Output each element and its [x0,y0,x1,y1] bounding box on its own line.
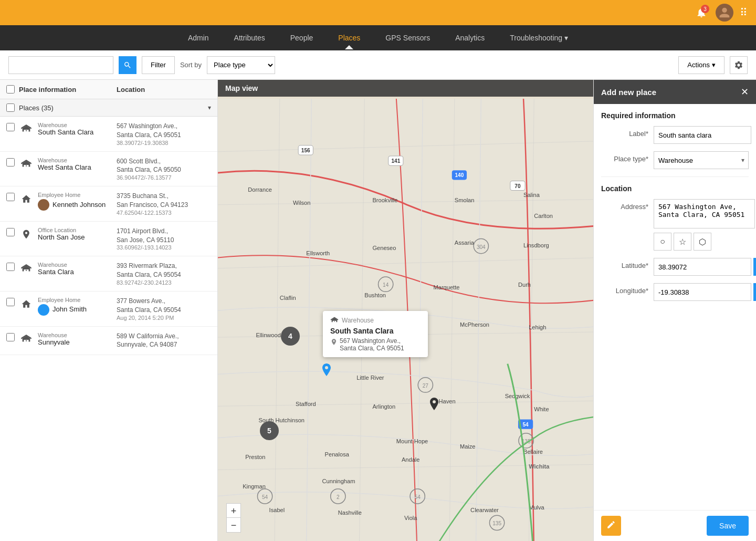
shape-tools: ○ ☆ ⬡ [654,233,749,251]
label-field-label: Label* [601,126,648,138]
nav-item-gps-sensors[interactable]: GPS Sensors [381,32,434,44]
actions-button[interactable]: Actions ▾ [678,56,724,74]
location-section-title: Location [601,184,749,193]
search-input[interactable] [8,56,113,74]
warehouse-icon [19,332,34,347]
settings-button[interactable] [730,56,748,74]
svg-text:White: White [534,406,549,412]
svg-text:140: 140 [455,172,464,178]
nav-item-admin[interactable]: Admin [184,32,213,44]
svg-text:54: 54 [262,494,268,500]
svg-text:Brookville: Brookville [372,197,397,203]
item-address: 3735 Buchana St.,San Francisco, CA 94123 [117,192,211,210]
label-input[interactable] [654,126,751,144]
places-count-row[interactable]: Places (35) ▾ [0,99,217,117]
item-info: Warehouse Santa Clara [38,262,117,276]
user-avatar[interactable] [716,4,733,22]
item-type: Warehouse [38,122,117,128]
list-item[interactable]: Employee Home John Smith 377 Bowers Ave.… [0,292,217,327]
nav-item-troubleshooting[interactable]: Troubleshooting ▾ [506,32,572,44]
item-checkbox[interactable] [6,228,15,236]
map-pin-blue[interactable] [320,363,333,381]
svg-text:Nashville: Nashville [338,509,362,516]
label-row: Label* [601,126,749,144]
list-item[interactable]: Warehouse South Santa Clara 567 Washingt… [0,117,217,152]
svg-text:Mount Hope: Mount Hope [396,438,428,444]
item-checkbox[interactable] [6,158,15,167]
svg-text:14: 14 [383,282,389,288]
item-info: Warehouse Sunnyvale [38,332,117,346]
place-type-select[interactable]: Warehouse Employee Home Office Location [654,151,749,169]
svg-text:304: 304 [477,244,486,250]
place-list: Warehouse South Santa Clara 567 Washingt… [0,117,217,541]
save-button[interactable]: Save [707,516,749,536]
latitude-label: Latitude* [601,258,648,269]
filter-button[interactable]: Filter [142,56,175,74]
svg-text:Ellinwood: Ellinwood [256,332,280,338]
item-coords: 33.60962/-193.14023 [117,244,211,251]
item-address: 589 W California Ave.,Sunnyvale, CA 9408… [117,332,211,350]
popup-address: 567 Washington Ave.,Santa Clara, CA 9505… [330,337,421,352]
popup-type: Warehouse [330,316,421,325]
list-item[interactable]: Warehouse West Santa Clara 600 Scott Blv… [0,152,217,187]
nav-item-attributes[interactable]: Attributes [230,32,269,44]
svg-text:Viola: Viola [404,515,417,521]
item-coords: Aug 20, 2014 5:20 PM [117,315,211,321]
item-checkbox[interactable] [6,193,15,201]
latitude-input[interactable] [654,258,751,276]
place-info-header: Place information [19,86,112,93]
latitude-refresh-button[interactable] [753,258,756,276]
list-item[interactable]: Employee Home Kenneth Johnson 3735 Bucha… [0,186,217,222]
svg-text:Andale: Andale [402,456,420,463]
list-item[interactable]: Warehouse Sunnyvale 589 W California Ave… [0,327,217,356]
svg-text:27: 27 [423,383,429,389]
top-bar: 3 ⠿ [0,0,756,25]
star-tool-button[interactable]: ☆ [674,233,691,251]
longitude-input[interactable] [654,283,751,301]
item-info: Office Location North San Jose [38,227,117,241]
item-name: John Smith [52,305,87,313]
edit-button[interactable] [601,516,621,536]
item-coords: 83.92742/-230.24123 [117,279,211,286]
nav-item-places[interactable]: Places [334,32,364,44]
address-input[interactable]: 567 Washington Ave, Santa Clara, CA 9505… [654,199,755,228]
circle-tool-button[interactable]: ○ [654,233,671,251]
item-checkbox[interactable] [6,298,15,306]
close-button[interactable]: ✕ [741,86,749,98]
svg-text:70: 70 [514,183,521,189]
list-item[interactable]: Warehouse Santa Clara 393 Rivermark Plaz… [0,256,217,292]
places-group-checkbox[interactable] [6,103,15,112]
polygon-tool-button[interactable]: ⬡ [694,233,711,251]
svg-text:Stafford: Stafford [296,401,316,407]
apps-icon[interactable]: ⠿ [740,6,748,19]
map-area[interactable]: Map view [218,80,593,541]
search-button[interactable] [119,56,136,74]
svg-text:Clearwater: Clearwater [470,507,499,513]
sort-select[interactable]: Place type [207,56,275,74]
map-cluster-5[interactable]: 5 [260,421,279,440]
nav-item-people[interactable]: People [286,32,318,44]
item-checkbox[interactable] [6,123,15,131]
avatar [38,199,49,211]
nav-item-analytics[interactable]: Analytics [451,32,489,44]
svg-text:Dorrance: Dorrance [248,186,272,193]
svg-text:Marquette: Marquette [433,284,459,290]
notifications-button[interactable]: 3 [694,5,709,20]
item-type: Warehouse [38,157,117,163]
required-section-title: Required information [601,111,749,120]
location-header: Location [117,86,211,93]
item-checkbox[interactable] [6,333,15,341]
panel-footer: Save [594,510,756,541]
select-all-checkbox[interactable] [6,85,15,93]
map-cluster-4[interactable]: 4 [281,327,300,346]
item-checkbox[interactable] [6,263,15,271]
longitude-refresh-button[interactable] [753,283,756,301]
svg-point-0 [722,8,727,13]
list-item[interactable]: Office Location North San Jose 1701 Airp… [0,222,217,257]
svg-text:Bushton: Bushton [364,292,386,298]
map-pin-dark[interactable] [428,398,440,415]
zoom-out-button[interactable]: − [226,518,241,533]
item-info: Warehouse South Santa Clara [38,122,117,136]
list-header: Place information Location [0,80,217,99]
zoom-in-button[interactable]: + [226,503,241,518]
